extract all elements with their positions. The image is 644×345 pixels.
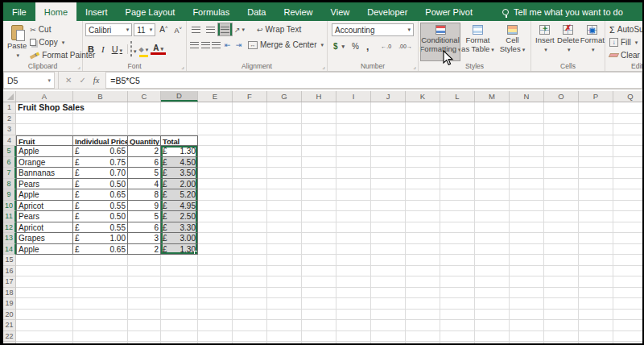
underline-button[interactable]: U bbox=[109, 44, 125, 54]
cell-M14[interactable] bbox=[475, 244, 510, 256]
cell-E22[interactable] bbox=[198, 331, 233, 343]
cell-H11[interactable] bbox=[302, 211, 336, 222]
cell-E3[interactable] bbox=[198, 124, 233, 135]
cell-E8[interactable] bbox=[198, 179, 233, 190]
cell-I17[interactable] bbox=[336, 276, 371, 288]
tab-file[interactable]: File bbox=[3, 2, 35, 21]
cell-H7[interactable] bbox=[302, 168, 336, 179]
cell-P21[interactable] bbox=[579, 320, 613, 331]
cell-F5[interactable] bbox=[233, 146, 267, 157]
cell-G12[interactable] bbox=[267, 222, 302, 234]
cell-B5[interactable]: £0.65 bbox=[73, 146, 128, 157]
cell-G17[interactable] bbox=[267, 276, 302, 288]
cell-G4[interactable] bbox=[267, 135, 302, 147]
cell-F17[interactable] bbox=[233, 276, 267, 288]
decrease-decimal-button[interactable]: .00→ bbox=[397, 40, 414, 52]
cell-H1[interactable] bbox=[302, 102, 336, 114]
row-header-9[interactable]: 9 bbox=[3, 189, 16, 201]
cell-P12[interactable] bbox=[579, 222, 613, 234]
cell-G22[interactable] bbox=[267, 331, 302, 343]
cell-G8[interactable] bbox=[267, 179, 302, 190]
cell-N9[interactable] bbox=[510, 189, 544, 201]
cell-H4[interactable] bbox=[302, 135, 336, 147]
cell-M7[interactable] bbox=[475, 168, 510, 179]
cell-A8[interactable]: Pears bbox=[16, 179, 73, 190]
cell-L19[interactable] bbox=[440, 298, 475, 310]
cell-O21[interactable] bbox=[544, 320, 579, 331]
cell-E14[interactable] bbox=[198, 244, 233, 256]
cell-O10[interactable] bbox=[544, 201, 579, 212]
cell-E15[interactable] bbox=[198, 255, 233, 266]
tab-insert[interactable]: Insert bbox=[76, 2, 117, 21]
alignment-dialog-launcher[interactable]: ⌟ bbox=[322, 63, 325, 70]
column-header-O[interactable]: O bbox=[544, 91, 579, 102]
cell-E11[interactable] bbox=[198, 211, 233, 222]
cell-F6[interactable] bbox=[233, 157, 267, 168]
column-header-L[interactable]: L bbox=[440, 91, 475, 102]
cell-B7[interactable]: £0.70 bbox=[73, 168, 128, 179]
cell-A7[interactable]: Bannanas bbox=[16, 168, 73, 179]
cell-A9[interactable]: Apple bbox=[16, 189, 73, 201]
cell-A22[interactable] bbox=[16, 331, 73, 343]
cell-C9[interactable]: 8 bbox=[128, 189, 161, 201]
cell-D3[interactable] bbox=[161, 124, 198, 135]
cell-M21[interactable] bbox=[475, 320, 510, 331]
cell-J4[interactable] bbox=[371, 135, 406, 147]
cell-A2[interactable] bbox=[16, 114, 73, 125]
cell-G2[interactable] bbox=[267, 114, 302, 125]
cell-H5[interactable] bbox=[302, 146, 336, 157]
cell-E9[interactable] bbox=[198, 189, 233, 201]
cell-J23[interactable] bbox=[371, 342, 406, 343]
cell-J8[interactable] bbox=[371, 179, 406, 190]
cell-A1[interactable]: Fruit Shop Sales bbox=[16, 102, 73, 114]
cell-C13[interactable]: 3 bbox=[128, 233, 161, 244]
delete-cells-button[interactable]: ✗ Delete bbox=[556, 23, 580, 54]
cell-L23[interactable] bbox=[440, 342, 475, 343]
cell-O15[interactable] bbox=[544, 255, 579, 266]
cancel-button[interactable]: ✕ bbox=[62, 76, 75, 85]
cell-A23[interactable] bbox=[16, 342, 73, 343]
cell-C11[interactable]: 5 bbox=[128, 211, 161, 222]
cell-M17[interactable] bbox=[475, 276, 510, 288]
cell-F1[interactable] bbox=[233, 102, 267, 114]
cell-E20[interactable] bbox=[198, 310, 233, 321]
cell-Q13[interactable] bbox=[613, 233, 642, 244]
cell-E6[interactable] bbox=[198, 157, 233, 168]
cell-B15[interactable] bbox=[73, 255, 128, 266]
cell-O7[interactable] bbox=[544, 168, 579, 179]
borders-button[interactable] bbox=[130, 42, 137, 56]
cell-C14[interactable]: 2 bbox=[128, 244, 161, 256]
cell-P18[interactable] bbox=[579, 288, 613, 299]
bold-button[interactable]: B bbox=[85, 44, 97, 54]
cell-A20[interactable] bbox=[16, 310, 73, 321]
cell-Q19[interactable] bbox=[613, 298, 642, 310]
cell-A16[interactable] bbox=[16, 266, 73, 277]
row-header-17[interactable]: 17 bbox=[3, 276, 16, 288]
cell-G11[interactable] bbox=[267, 211, 302, 222]
cell-D8[interactable]: £2.00 bbox=[161, 179, 198, 190]
enter-button[interactable]: ✓ bbox=[76, 76, 89, 85]
cell-N4[interactable] bbox=[510, 135, 544, 147]
cell-J16[interactable] bbox=[371, 266, 406, 277]
cell-J22[interactable] bbox=[371, 331, 406, 343]
cell-F8[interactable] bbox=[233, 179, 267, 190]
cell-B9[interactable]: £0.65 bbox=[73, 189, 128, 201]
cell-B12[interactable]: £0.55 bbox=[73, 222, 128, 234]
cell-G5[interactable] bbox=[267, 146, 302, 157]
cell-D20[interactable] bbox=[161, 310, 198, 321]
clear-button[interactable]: Clear bbox=[608, 49, 642, 61]
cell-M1[interactable] bbox=[475, 102, 510, 114]
cell-K23[interactable] bbox=[406, 342, 440, 343]
cell-O17[interactable] bbox=[544, 276, 579, 288]
cell-F20[interactable] bbox=[233, 310, 267, 321]
cell-P10[interactable] bbox=[579, 201, 613, 212]
column-header-K[interactable]: K bbox=[406, 91, 440, 102]
cell-Q11[interactable] bbox=[613, 211, 642, 222]
cell-O18[interactable] bbox=[544, 288, 579, 299]
cell-D22[interactable] bbox=[161, 331, 198, 343]
cell-H3[interactable] bbox=[302, 124, 336, 135]
cell-K19[interactable] bbox=[406, 298, 440, 310]
cell-H16[interactable] bbox=[302, 266, 336, 277]
cell-L20[interactable] bbox=[440, 310, 475, 321]
cell-H6[interactable] bbox=[302, 157, 336, 168]
